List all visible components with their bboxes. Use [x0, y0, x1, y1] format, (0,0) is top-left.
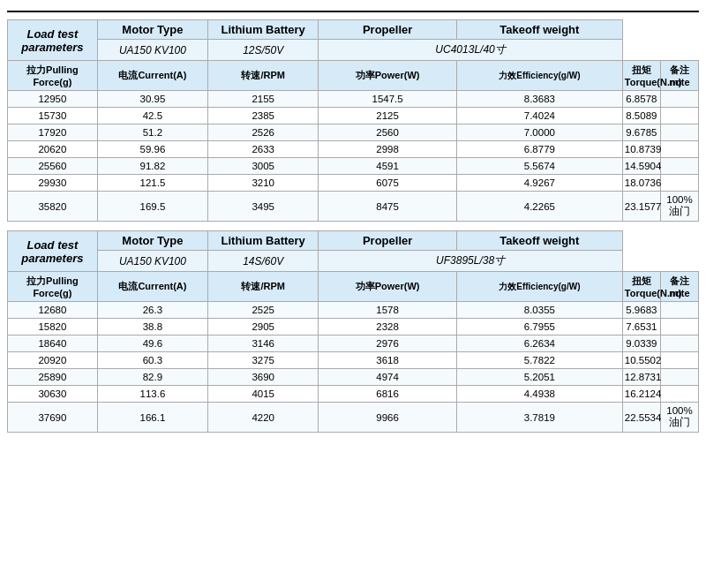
col-header-2: 转速/RPM — [208, 272, 319, 302]
cell-0-0: 12680 — [8, 302, 98, 319]
cell-4-5: 12.8731 — [622, 369, 660, 386]
cell-0-4: 8.3683 — [456, 91, 622, 108]
cell-5-0: 30630 — [8, 386, 98, 403]
cell-1-4: 7.4024 — [456, 108, 622, 124]
cell-6-1: 169.5 — [97, 192, 207, 222]
propeller-value: UC4013L/40寸 — [319, 40, 623, 61]
cell-5-2: 4015 — [208, 386, 319, 403]
cell-3-4: 6.8779 — [456, 141, 622, 158]
cell-6-2: 3495 — [208, 192, 319, 222]
page-title — [7, 7, 699, 12]
col-header-3: 功率Power(W) — [319, 61, 457, 91]
cell-3-0: 20920 — [8, 352, 98, 369]
table-row: 1268026.3252515788.03555.9683 — [8, 302, 699, 319]
cell-4-2: 3690 — [208, 369, 319, 386]
motor-type-value: UA150 KV100 — [97, 40, 207, 61]
cell-1-1: 38.8 — [97, 319, 207, 335]
motor-type-value: UA150 KV100 — [97, 251, 207, 272]
cell-2-2: 3146 — [208, 335, 319, 352]
battery-value: 12S/50V — [208, 40, 319, 61]
cell-5-4: 4.4938 — [456, 386, 622, 403]
takeoff-weight-header: Takeoff weight — [456, 20, 622, 40]
cell-0-1: 26.3 — [97, 302, 207, 319]
cell-3-3: 2998 — [319, 141, 457, 158]
cell-6-6: 100%油门 — [660, 192, 698, 222]
cell-6-5: 23.1577 — [622, 192, 660, 222]
takeoff-weight-header: Takeoff weight — [456, 231, 622, 251]
cell-2-0: 17920 — [8, 124, 98, 141]
table-row: 2092060.3327536185.782210.5502 — [8, 352, 699, 369]
col-header-3: 功率Power(W) — [319, 272, 457, 302]
cell-1-2: 2905 — [208, 319, 319, 335]
cell-3-6 — [660, 352, 698, 369]
cell-0-5: 5.9683 — [622, 302, 660, 319]
cell-4-2: 3005 — [208, 158, 319, 175]
cell-5-5: 16.2124 — [622, 386, 660, 403]
cell-0-4: 8.0355 — [456, 302, 622, 319]
cell-4-6 — [660, 369, 698, 386]
cell-6-6: 100%油门 — [660, 403, 698, 433]
cell-6-3: 9966 — [319, 403, 457, 433]
table-row: 2556091.82300545915.567414.5904 — [8, 158, 699, 175]
cell-1-0: 15820 — [8, 319, 98, 335]
cell-0-6 — [660, 302, 698, 319]
cell-5-3: 6816 — [319, 386, 457, 403]
table-row: 1295030.9521551547.58.36836.8578 — [8, 91, 699, 108]
col-header-5: 扭矩Torque(N.m) — [622, 61, 660, 91]
table-row: 1864049.6314629766.26349.0339 — [8, 335, 699, 352]
col-header-1: 电流Current(A) — [97, 61, 207, 91]
cell-6-2: 4220 — [208, 403, 319, 433]
col-header-4: 力效Efficiency(g/W) — [456, 272, 622, 302]
battery-header: Lithium Battery — [208, 20, 319, 40]
cell-0-1: 30.95 — [97, 91, 207, 108]
cell-5-6 — [660, 175, 698, 192]
table-row: 30630113.6401568164.493816.2124 — [8, 386, 699, 403]
cell-2-1: 49.6 — [97, 335, 207, 352]
cell-0-3: 1578 — [319, 302, 457, 319]
cell-4-3: 4591 — [319, 158, 457, 175]
table-row: 29930121.5321060754.926718.0736 — [8, 175, 699, 192]
cell-4-0: 25890 — [8, 369, 98, 386]
load-test-label: Load test parameters — [8, 231, 98, 272]
cell-1-6 — [660, 108, 698, 124]
motor-type-header: Motor Type — [97, 20, 207, 40]
table-row: 1792051.2252625607.00009.6785 — [8, 124, 699, 141]
cell-5-5: 18.0736 — [622, 175, 660, 192]
col-header-0: 拉力Pulling Force(g) — [8, 61, 98, 91]
cell-0-2: 2525 — [208, 302, 319, 319]
section-2: Load test parametersMotor TypeLithium Ba… — [7, 230, 699, 433]
cell-3-3: 3618 — [319, 352, 457, 369]
cell-5-6 — [660, 386, 698, 403]
cell-2-4: 6.2634 — [456, 335, 622, 352]
cell-2-1: 51.2 — [97, 124, 207, 141]
table-row: 1582038.8290523286.79557.6531 — [8, 319, 699, 335]
cell-3-6 — [660, 141, 698, 158]
cell-4-4: 5.5674 — [456, 158, 622, 175]
cell-1-6 — [660, 319, 698, 335]
cell-2-3: 2976 — [319, 335, 457, 352]
table-row: 35820169.5349584754.226523.1577100%油门 — [8, 192, 699, 222]
cell-4-3: 4974 — [319, 369, 457, 386]
cell-1-0: 15730 — [8, 108, 98, 124]
cell-5-4: 4.9267 — [456, 175, 622, 192]
cell-2-3: 2560 — [319, 124, 457, 141]
table-row: 2062059.96263329986.877910.8739 — [8, 141, 699, 158]
cell-4-6 — [660, 158, 698, 175]
cell-6-5: 22.5534 — [622, 403, 660, 433]
cell-1-5: 8.5089 — [622, 108, 660, 124]
battery-header: Lithium Battery — [208, 231, 319, 251]
col-header-2: 转速/RPM — [208, 61, 319, 91]
cell-2-6 — [660, 335, 698, 352]
cell-1-1: 42.5 — [97, 108, 207, 124]
propeller-header: Propeller — [319, 20, 457, 40]
cell-5-1: 121.5 — [97, 175, 207, 192]
cell-2-6 — [660, 124, 698, 141]
cell-2-2: 2526 — [208, 124, 319, 141]
cell-4-4: 5.2051 — [456, 369, 622, 386]
propeller-header: Propeller — [319, 231, 457, 251]
cell-0-0: 12950 — [8, 91, 98, 108]
cell-2-4: 7.0000 — [456, 124, 622, 141]
cell-3-2: 2633 — [208, 141, 319, 158]
propeller-value: UF3895L/38寸 — [319, 251, 623, 272]
cell-6-4: 4.2265 — [456, 192, 622, 222]
